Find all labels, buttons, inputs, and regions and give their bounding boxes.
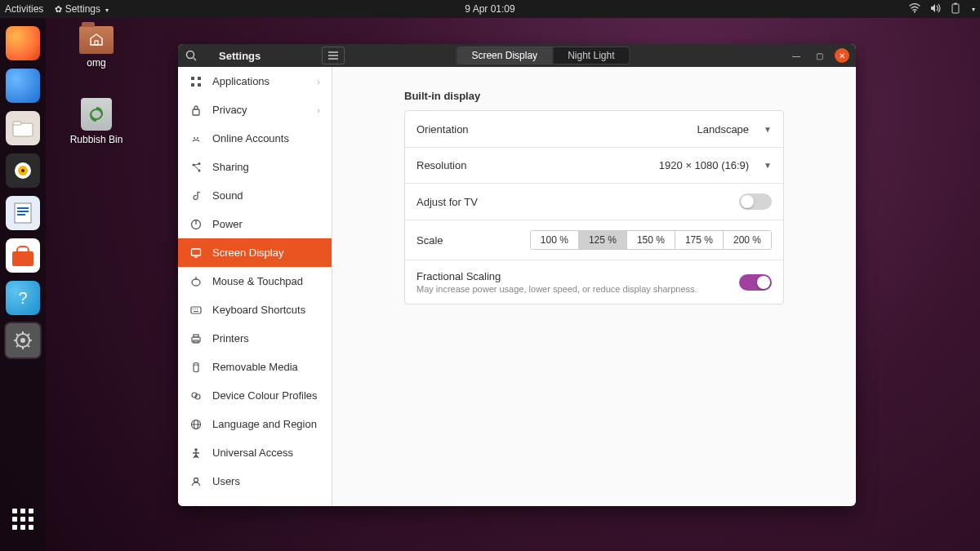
scale-option-150[interactable]: 150 %	[626, 231, 675, 249]
sidebar-item-label: Screen Display	[212, 247, 283, 259]
svg-point-13	[20, 338, 25, 343]
network-icon[interactable]	[909, 3, 920, 16]
sidebar-icon	[189, 418, 203, 431]
sidebar-item-mouse-touchpad[interactable]: Mouse & Touchpad	[178, 267, 332, 295]
volume-icon[interactable]	[930, 3, 942, 16]
row-adjust-tv: Adjust for TV	[405, 183, 783, 220]
clock[interactable]: 9 Apr 01:09	[465, 3, 514, 15]
settings-window: Settings Screen Display Night Light — ▢ …	[178, 44, 856, 506]
sidebar-item-language-and-region[interactable]: Language and Region	[178, 410, 332, 438]
svg-rect-31	[198, 83, 201, 87]
sidebar-item-users[interactable]: Users	[178, 467, 332, 495]
sidebar-icon	[189, 104, 203, 117]
svg-point-60	[194, 448, 198, 451]
sidebar-icon	[189, 75, 203, 88]
window-title: Settings	[204, 50, 318, 62]
view-switcher: Screen Display Night Light	[456, 47, 630, 64]
svg-line-20	[16, 345, 18, 347]
sidebar-item-universal-access[interactable]: Universal Access	[178, 438, 332, 467]
close-button[interactable]: ✕	[835, 48, 849, 63]
adjust-tv-label: Adjust for TV	[416, 196, 478, 208]
fractional-toggle[interactable]	[739, 274, 772, 291]
svg-rect-4	[13, 122, 21, 125]
svg-rect-30	[191, 83, 194, 87]
dock-files[interactable]	[6, 111, 40, 145]
search-button[interactable]	[178, 44, 204, 67]
sidebar-icon	[189, 189, 203, 202]
sidebar-item-sound[interactable]: Sound	[178, 181, 332, 210]
tab-screen-display[interactable]: Screen Display	[457, 47, 552, 64]
activities-button[interactable]: Activities	[5, 3, 43, 15]
dock-libreoffice-writer[interactable]	[6, 196, 40, 230]
sidebar-icon	[189, 247, 203, 260]
sidebar-item-applications[interactable]: Applications›	[178, 67, 332, 96]
content-area: Built-in display Orientation Landscape ▼…	[332, 67, 856, 506]
svg-point-44	[192, 279, 200, 286]
sidebar-item-printers[interactable]: Printers	[178, 324, 332, 353]
sidebar-item-label: Device Colour Profiles	[212, 389, 318, 402]
dock-settings[interactable]	[6, 323, 40, 358]
dock-rhythmbox[interactable]	[6, 153, 40, 188]
section-title: Built-in display	[404, 90, 784, 102]
svg-rect-9	[17, 207, 29, 209]
sidebar-item-online-accounts[interactable]: Online Accounts	[178, 124, 332, 153]
sidebar-item-label: Keyboard Shortcuts	[212, 304, 305, 316]
svg-point-23	[187, 51, 194, 59]
svg-rect-8	[15, 203, 31, 223]
chevron-down-icon: ▼	[764, 161, 772, 170]
scale-label: Scale	[416, 234, 443, 247]
svg-rect-10	[17, 211, 29, 212]
sidebar-item-screen-display[interactable]: Screen Display	[178, 238, 332, 267]
scale-option-175[interactable]: 175 %	[675, 231, 723, 249]
row-orientation[interactable]: Orientation Landscape ▼	[405, 111, 783, 147]
scale-option-125[interactable]: 125 %	[578, 231, 626, 249]
titlebar[interactable]: Settings Screen Display Night Light — ▢ …	[178, 44, 856, 67]
sidebar-item-label: Default Applications	[212, 504, 305, 506]
app-menu[interactable]: ✿ Settings ▾	[55, 3, 109, 15]
sidebar-item-privacy[interactable]: Privacy›	[178, 96, 332, 124]
svg-rect-45	[191, 307, 201, 313]
chevron-down-icon: ▾	[105, 7, 109, 14]
row-scale: Scale 100 %125 %150 %175 %200 %	[405, 220, 783, 260]
sidebar-item-label: Power	[212, 218, 243, 230]
desktop-icon-label: Rubbish Bin	[64, 134, 129, 145]
sidebar-icon	[189, 389, 203, 402]
scale-option-200[interactable]: 200 %	[723, 231, 771, 249]
svg-line-39	[194, 165, 198, 170]
sidebar-item-default-applications[interactable]: Default Applications	[178, 495, 332, 506]
settings-icon: ✿	[55, 4, 62, 14]
sidebar-item-removable-media[interactable]: Removable Media	[178, 353, 332, 381]
sidebar-item-keyboard-shortcuts[interactable]: Keyboard Shortcuts	[178, 295, 332, 324]
scale-option-100[interactable]: 100 %	[531, 231, 578, 249]
svg-rect-2	[955, 2, 957, 4]
sidebar-icon	[189, 475, 203, 488]
minimize-button[interactable]: —	[789, 48, 804, 63]
sidebar-item-label: Privacy	[212, 104, 247, 116]
dock-show-apps[interactable]	[6, 502, 40, 536]
orientation-value: Landscape	[697, 123, 749, 136]
dock-help[interactable]: ?	[6, 281, 40, 315]
orientation-label: Orientation	[416, 123, 469, 136]
sidebar-item-sharing[interactable]: Sharing	[178, 153, 332, 181]
desktop-rubbish-bin[interactable]: Rubbish Bin	[64, 98, 129, 145]
sidebar-icon	[189, 275, 203, 288]
hamburger-menu[interactable]	[322, 47, 345, 64]
desktop-folder-omg[interactable]: omg	[64, 26, 129, 69]
sidebar-item-label: Sharing	[212, 161, 249, 173]
sidebar-item-power[interactable]: Power	[178, 210, 332, 238]
adjust-tv-toggle[interactable]	[739, 193, 772, 210]
sidebar-item-device-colour-profiles[interactable]: Device Colour Profiles	[178, 381, 332, 410]
svg-rect-22	[95, 41, 98, 45]
dock-software[interactable]	[6, 238, 40, 273]
sidebar-item-label: Mouse & Touchpad	[212, 275, 303, 287]
sidebar-icon	[189, 218, 203, 231]
row-resolution[interactable]: Resolution 1920 × 1080 (16:9) ▼	[405, 147, 783, 183]
sidebar-item-label: Language and Region	[212, 418, 317, 430]
settings-sidebar: Applications›Privacy›Online AccountsShar…	[178, 67, 332, 506]
maximize-button[interactable]: ▢	[812, 48, 826, 63]
system-menu-chevron-icon[interactable]: ▾	[972, 6, 975, 13]
battery-icon[interactable]	[951, 2, 960, 16]
dock-firefox[interactable]	[6, 26, 40, 60]
tab-night-light[interactable]: Night Light	[552, 47, 629, 64]
dock-thunderbird[interactable]	[6, 69, 40, 103]
